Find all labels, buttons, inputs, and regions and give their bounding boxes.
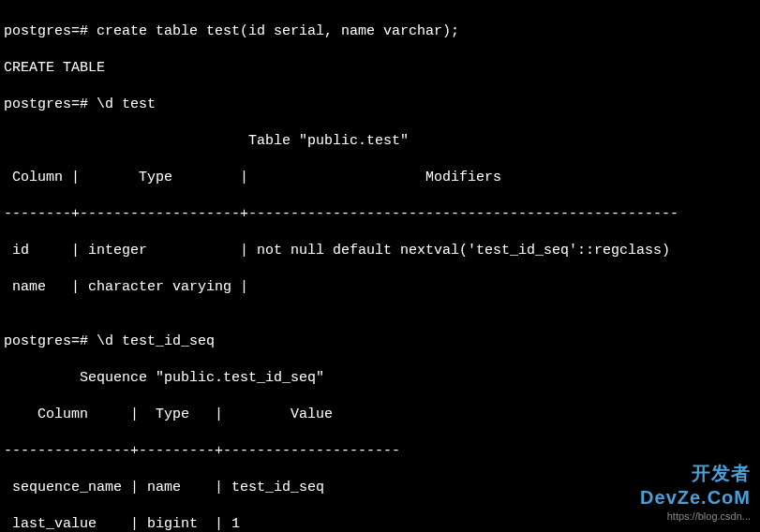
table-header: Column | Type | Modifiers — [4, 169, 756, 187]
watermark-brand: 开发者 DevZe.CoM — [640, 461, 751, 510]
sequence-header: Column | Type | Value — [4, 406, 756, 424]
prompt: postgres=# — [4, 333, 97, 349]
command-line-3: postgres=# \d test_id_seq — [4, 332, 756, 351]
table-title: Table "public.test" — [4, 132, 756, 151]
result-line: CREATE TABLE — [4, 59, 756, 78]
describe-command: \d test_id_seq — [97, 333, 215, 349]
table-row: name | character varying | — [4, 278, 756, 297]
command-line-2: postgres=# \d test — [4, 96, 756, 114]
sequence-title: Sequence "public.test_id_seq" — [4, 369, 756, 388]
describe-command: \d test — [97, 96, 156, 112]
prompt: postgres=# — [4, 23, 97, 39]
prompt: postgres=# — [4, 96, 97, 112]
command-line-1: postgres=# create table test(id serial, … — [4, 22, 756, 41]
sql-command: create table test(id serial, name varcha… — [97, 23, 459, 39]
table-row: id | integer | not null default nextval(… — [4, 242, 756, 260]
terminal-output[interactable]: postgres=# create table test(id serial, … — [4, 4, 756, 532]
sequence-divider: ---------------+---------+--------------… — [4, 442, 756, 461]
watermark-url: https://blog.csdn... — [640, 510, 751, 523]
table-divider: --------+-------------------+-----------… — [4, 205, 756, 224]
watermark: 开发者 DevZe.CoM https://blog.csdn... — [640, 461, 751, 523]
